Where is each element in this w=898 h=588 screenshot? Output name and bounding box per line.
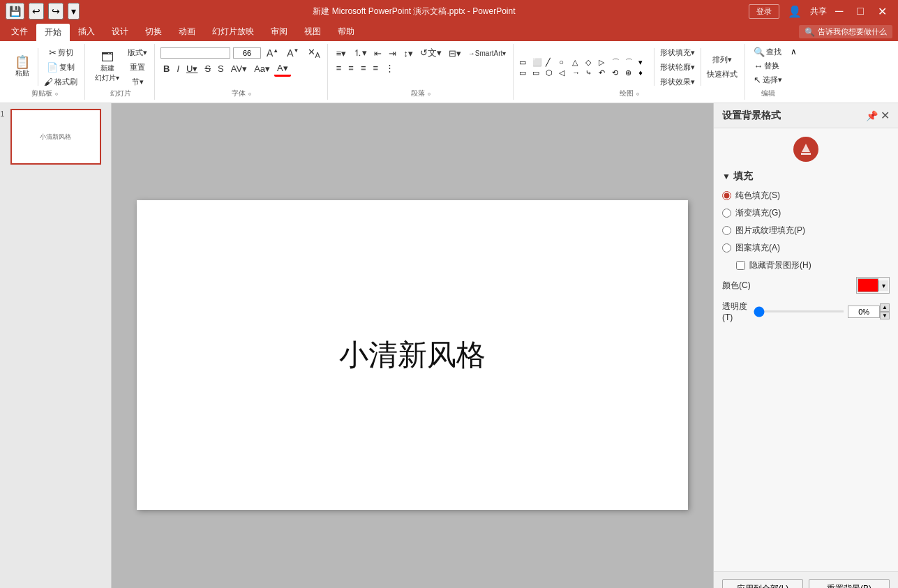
rp-header-right: 📌 ✕ [866, 109, 890, 122]
select-icon: ↖ [754, 75, 761, 84]
distribute-button[interactable]: ⋮ [382, 61, 397, 75]
para-row2: ≡ ≡ ≡ ≡ ⋮ [334, 61, 397, 75]
smartart-button[interactable]: →SmartArt▾ [465, 48, 509, 59]
replace-button[interactable]: ↔ 替换 [751, 59, 782, 73]
undo-button[interactable]: ↩ [29, 3, 44, 20]
numbered-list-button[interactable]: ⒈▾ [350, 45, 370, 61]
new-slide-button[interactable]: 🗔 新建幻灯片▾ [91, 49, 124, 85]
find-button[interactable]: 🔍 查找 [751, 45, 784, 59]
align-left-button[interactable]: ≡ [334, 61, 345, 75]
gradient-fill-label: 渐变填充(G) [735, 207, 781, 219]
fill-section-label: ▼ 填充 [722, 170, 890, 183]
close-button[interactable]: ✕ [872, 3, 892, 20]
paragraph-group: ≡▾ ⒈▾ ⇤ ⇥ ↕▾ ↺文▾ ⊟▾ →SmartArt▾ ≡ ≡ ≡ ≡ ⋮ [329, 44, 514, 100]
tab-transitions[interactable]: 切换 [137, 22, 170, 41]
login-button[interactable]: 登录 [749, 4, 779, 19]
transparency-slider[interactable] [754, 310, 844, 312]
color-picker-control[interactable]: ▾ [856, 277, 890, 294]
drawing-secondary: 形状填充▾ 形状轮廓▾ 形状效果▾ [657, 46, 698, 89]
solid-fill-radio[interactable] [722, 191, 731, 200]
transparency-value-control: ▲ ▼ [848, 303, 890, 319]
shapes-more-button[interactable]: ▾ [638, 58, 651, 67]
ribbon-collapse-button[interactable]: ∧ [791, 47, 797, 56]
increase-indent-button[interactable]: ⇥ [386, 47, 399, 60]
shape-icon: ▷ [599, 58, 611, 67]
align-center-button[interactable]: ≡ [345, 61, 357, 75]
reset-button[interactable]: 重置 [125, 61, 150, 74]
restore-button[interactable]: □ [851, 3, 869, 19]
shape-icon: ⤷ [585, 68, 598, 77]
select-button[interactable]: ↖ 选择▾ [751, 73, 785, 86]
reset-background-button[interactable]: 重置背景(B) [809, 579, 890, 588]
layout-button[interactable]: 版式▾ [125, 46, 150, 59]
tab-help[interactable]: 帮助 [329, 22, 363, 41]
fill-section-title: 填充 [733, 170, 753, 183]
tab-file[interactable]: 文件 [3, 22, 36, 41]
strikethrough-button[interactable]: S [202, 62, 214, 75]
ribbon: 文件 开始 插入 设计 切换 动画 幻灯片放映 审阅 视图 帮助 🔍 告诉我你想… [0, 22, 898, 103]
clear-format-button[interactable]: ✕A [305, 45, 323, 61]
section-button[interactable]: 节▾ [125, 75, 150, 89]
search-bar[interactable]: 🔍 告诉我你想要做什么 [799, 25, 892, 38]
transparency-input[interactable] [848, 306, 880, 318]
underline-button[interactable]: U▾ [184, 62, 200, 75]
minimize-button[interactable]: ─ [830, 3, 848, 19]
paragraph-label: 段落 ⬦ [329, 89, 514, 98]
tab-design[interactable]: 设计 [103, 22, 137, 41]
italic-button[interactable]: I [174, 62, 182, 75]
justify-button[interactable]: ≡ [371, 61, 382, 75]
color-dropdown-button[interactable]: ▾ [878, 280, 888, 291]
font-size-input[interactable] [233, 47, 261, 59]
align-right-button[interactable]: ≡ [358, 61, 369, 75]
format-painter-button[interactable]: 🖌 格式刷 [41, 75, 80, 89]
tab-home[interactable]: 开始 [36, 24, 70, 41]
align-text-button[interactable]: ⊟▾ [446, 47, 464, 60]
shape-icon: → [572, 68, 585, 77]
tab-animations[interactable]: 动画 [170, 22, 204, 41]
shape-icon: ⬡ [546, 68, 558, 77]
right-panel-close-button[interactable]: ✕ [881, 109, 890, 122]
tab-insert[interactable]: 插入 [70, 22, 103, 41]
gradient-fill-radio[interactable] [722, 209, 731, 218]
slide-canvas[interactable]: 小清新风格 [137, 200, 688, 510]
redo-button[interactable]: ↪ [48, 3, 63, 20]
bold-button[interactable]: B [160, 62, 172, 75]
tab-review[interactable]: 审阅 [262, 22, 296, 41]
cut-button[interactable]: ✂ 剪切 [41, 46, 80, 59]
tab-view[interactable]: 视图 [296, 22, 329, 41]
font-color-button[interactable]: A▾ [274, 61, 291, 77]
shape-fill-button[interactable]: 形状填充▾ [657, 46, 698, 59]
pin-button[interactable]: 📌 [866, 109, 878, 122]
shape-icon: ↶ [599, 68, 611, 77]
shadow-button[interactable]: S [215, 62, 227, 75]
picture-fill-radio[interactable] [722, 226, 731, 235]
share-icon-area[interactable]: 👤 [782, 3, 807, 20]
line-spacing-button[interactable]: ↕▾ [401, 47, 416, 60]
apply-all-button[interactable]: 应用到全部(L) [722, 579, 803, 588]
transparency-decrease-button[interactable]: ▼ [880, 312, 890, 320]
shape-outline-button[interactable]: 形状轮廓▾ [657, 61, 698, 74]
transparency-increase-button[interactable]: ▲ [880, 303, 890, 312]
quick-styles-button[interactable]: 快速样式 [704, 68, 740, 81]
decrease-indent-button[interactable]: ⇤ [371, 47, 384, 60]
customize-qa-button[interactable]: ▾ [68, 3, 80, 20]
font-decrease-button[interactable]: A▼ [284, 46, 301, 60]
paste-button[interactable]: 📋 粘贴 [10, 54, 35, 80]
slide-thumbnail-1[interactable]: 1 小清新风格 [10, 109, 101, 165]
text-direction-button[interactable]: ↺文▾ [417, 45, 444, 61]
arrange-button[interactable]: 排列▾ [704, 53, 740, 66]
font-group: A▲ A▼ ✕A B I U▾ S S AV▾ Aa▾ A▾ 字体 ⬦ [156, 44, 328, 100]
change-case-button[interactable]: Aa▾ [251, 62, 273, 75]
transparency-row: 透明度(T) ▲ ▼ [722, 301, 890, 322]
font-increase-button[interactable]: A▲ [264, 46, 281, 60]
bullet-list-button[interactable]: ≡▾ [334, 47, 350, 60]
save-button[interactable]: 💾 [6, 3, 24, 20]
title-bar: 💾 ↩ ↪ ▾ 新建 Microsoft PowerPoint 演示文稿.ppt… [0, 0, 898, 22]
shape-effect-button[interactable]: 形状效果▾ [657, 75, 698, 89]
font-name-input[interactable] [160, 47, 230, 59]
tab-slideshow[interactable]: 幻灯片放映 [204, 22, 262, 41]
pattern-fill-radio[interactable] [722, 243, 731, 252]
hide-background-checkbox[interactable] [736, 261, 745, 270]
copy-button[interactable]: 📄 复制 [41, 61, 80, 74]
char-spacing-button[interactable]: AV▾ [228, 62, 250, 75]
